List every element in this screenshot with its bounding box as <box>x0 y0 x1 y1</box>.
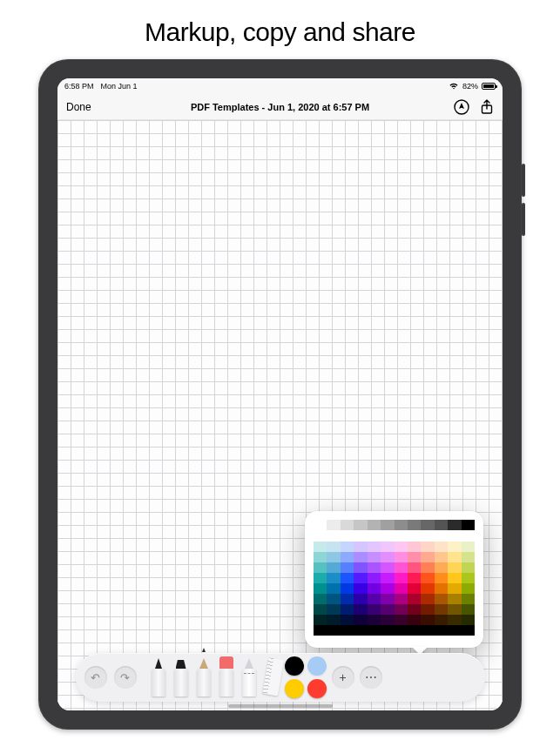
color-cell[interactable] <box>381 594 394 604</box>
color-cell[interactable] <box>462 531 475 542</box>
color-cell[interactable] <box>368 542 381 552</box>
lasso-tool[interactable] <box>240 656 259 697</box>
color-cell[interactable] <box>435 604 448 615</box>
color-cell[interactable] <box>368 604 381 615</box>
color-cell[interactable] <box>421 583 434 594</box>
color-cell[interactable] <box>368 531 381 542</box>
color-cell[interactable] <box>448 583 461 594</box>
color-cell[interactable] <box>341 531 354 542</box>
color-cell[interactable] <box>435 615 448 625</box>
gray-cell[interactable] <box>421 520 434 530</box>
color-cell[interactable] <box>314 552 327 562</box>
color-cell[interactable] <box>462 542 475 552</box>
color-cell[interactable] <box>421 625 434 636</box>
color-cell[interactable] <box>381 552 394 562</box>
color-cell[interactable] <box>354 615 367 625</box>
color-cell[interactable] <box>381 531 394 542</box>
color-cell[interactable] <box>341 604 354 615</box>
color-cell[interactable] <box>354 573 367 583</box>
color-cell[interactable] <box>314 542 327 552</box>
add-button[interactable]: + <box>332 666 354 689</box>
color-cell[interactable] <box>354 583 367 594</box>
color-cell[interactable] <box>448 552 461 562</box>
gray-cell[interactable] <box>448 520 461 530</box>
drawing-canvas[interactable]: ↶ ↷ + ⋯ <box>57 120 503 710</box>
color-cell[interactable] <box>314 604 327 615</box>
gray-cell[interactable] <box>408 520 421 530</box>
color-cell[interactable] <box>408 615 421 625</box>
undo-button[interactable]: ↶ <box>84 666 107 689</box>
color-cell[interactable] <box>327 573 340 583</box>
color-cell[interactable] <box>327 594 340 604</box>
color-cell[interactable] <box>327 604 340 615</box>
color-cell[interactable] <box>395 542 408 552</box>
color-cell[interactable] <box>448 542 461 552</box>
color-cell[interactable] <box>408 531 421 542</box>
color-cell[interactable] <box>395 594 408 604</box>
color-cell[interactable] <box>448 604 461 615</box>
swatch-red[interactable] <box>307 679 327 698</box>
color-cell[interactable] <box>354 542 367 552</box>
color-cell[interactable] <box>354 604 367 615</box>
color-cell[interactable] <box>435 542 448 552</box>
color-cell[interactable] <box>327 583 340 594</box>
eraser-tool[interactable] <box>217 656 236 697</box>
color-cell[interactable] <box>368 594 381 604</box>
color-cell[interactable] <box>354 531 367 542</box>
color-cell[interactable] <box>395 625 408 636</box>
more-button[interactable]: ⋯ <box>360 666 382 689</box>
color-cell[interactable] <box>341 552 354 562</box>
ruler-tool[interactable] <box>262 658 280 697</box>
swatch-yellow[interactable] <box>285 679 304 698</box>
color-cell[interactable] <box>462 562 475 573</box>
color-cell[interactable] <box>395 583 408 594</box>
color-cell[interactable] <box>381 573 394 583</box>
color-cell[interactable] <box>368 562 381 573</box>
color-cell[interactable] <box>314 583 327 594</box>
color-cell[interactable] <box>381 583 394 594</box>
color-cell[interactable] <box>421 531 434 542</box>
gray-cell[interactable] <box>435 520 448 530</box>
color-cell[interactable] <box>395 531 408 542</box>
color-cell[interactable] <box>435 531 448 542</box>
color-cell[interactable] <box>435 562 448 573</box>
color-cell[interactable] <box>314 573 327 583</box>
color-cell[interactable] <box>368 625 381 636</box>
color-cell[interactable] <box>395 562 408 573</box>
color-cell[interactable] <box>381 625 394 636</box>
gray-cell[interactable] <box>327 520 340 530</box>
color-cell[interactable] <box>421 552 434 562</box>
color-cell[interactable] <box>327 531 340 542</box>
color-cell[interactable] <box>327 542 340 552</box>
color-cell[interactable] <box>368 615 381 625</box>
color-cell[interactable] <box>435 552 448 562</box>
color-cell[interactable] <box>435 625 448 636</box>
share-icon[interactable] <box>480 99 494 115</box>
pencil-tool[interactable] <box>194 656 213 697</box>
color-cell[interactable] <box>421 562 434 573</box>
color-cell[interactable] <box>448 573 461 583</box>
gray-cell[interactable] <box>462 520 475 530</box>
color-cell[interactable] <box>435 583 448 594</box>
color-cell[interactable] <box>421 615 434 625</box>
color-cell[interactable] <box>462 594 475 604</box>
gray-cell[interactable] <box>381 520 394 530</box>
done-button[interactable]: Done <box>66 101 91 113</box>
color-cell[interactable] <box>395 604 408 615</box>
color-cell[interactable] <box>368 583 381 594</box>
pen-tool[interactable] <box>149 656 168 697</box>
color-cell[interactable] <box>341 562 354 573</box>
color-cell[interactable] <box>314 615 327 625</box>
gray-cell[interactable] <box>395 520 408 530</box>
redo-button[interactable]: ↷ <box>114 666 137 689</box>
color-cell[interactable] <box>341 583 354 594</box>
color-cell[interactable] <box>341 542 354 552</box>
color-cell[interactable] <box>408 573 421 583</box>
color-cell[interactable] <box>368 573 381 583</box>
color-cell[interactable] <box>421 542 434 552</box>
color-cell[interactable] <box>462 625 475 636</box>
color-cell[interactable] <box>341 594 354 604</box>
color-cell[interactable] <box>395 552 408 562</box>
color-cell[interactable] <box>354 625 367 636</box>
color-cell[interactable] <box>395 615 408 625</box>
